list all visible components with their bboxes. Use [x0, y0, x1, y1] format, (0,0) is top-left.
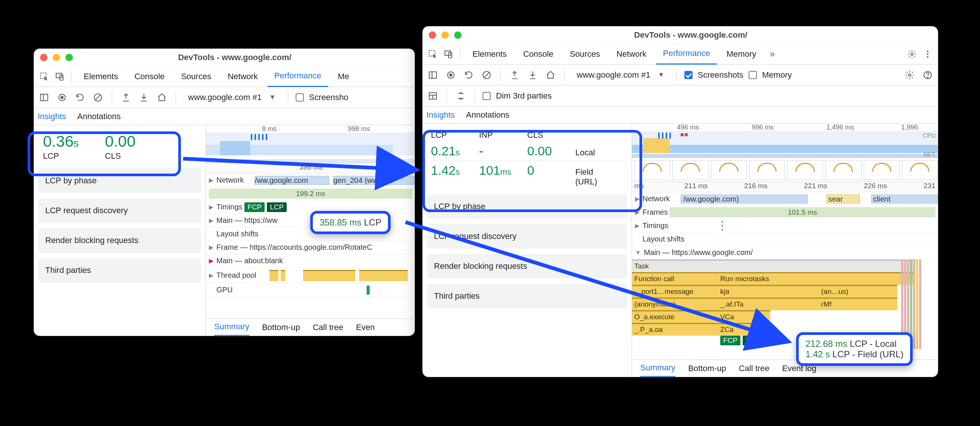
fcp-badge[interactable]: FCP [245, 202, 265, 212]
tab-summary[interactable]: Summary [214, 319, 249, 336]
inspect-icon[interactable] [38, 70, 51, 83]
kebab-icon[interactable] [921, 48, 934, 60]
insight-card[interactable]: LCP by phase [38, 168, 201, 193]
download-icon[interactable] [138, 91, 150, 104]
lcp-badge[interactable]: LCP [267, 202, 287, 212]
task-bar[interactable]: Task [632, 260, 915, 272]
tab-performance[interactable]: Performance [267, 66, 328, 87]
flame-cell[interactable]: O_a.execute [632, 310, 718, 323]
tab-bottom-up[interactable]: Bottom-up [262, 323, 300, 332]
screenshot-thumb[interactable] [902, 160, 938, 180]
tab-network[interactable]: Network [221, 66, 265, 87]
track-network[interactable]: ▶Network /ww.google.com) sear client [632, 192, 938, 206]
track-main-blank[interactable]: ▶Main — about:blank [206, 254, 415, 268]
screenshot-thumb[interactable] [749, 160, 785, 180]
clear-icon[interactable] [480, 69, 493, 81]
flame-cell[interactable]: VCa [718, 310, 770, 323]
net-bar[interactable]: sear [826, 195, 860, 203]
clear-icon[interactable] [92, 91, 104, 104]
minimize-icon[interactable] [53, 54, 60, 61]
more-tabs-icon[interactable]: » [766, 48, 778, 60]
tab-performance[interactable]: Performance [656, 44, 717, 65]
recording-select[interactable]: www.google.com #1▼ [572, 69, 669, 81]
tab-elements[interactable]: Elements [77, 66, 125, 87]
track-gpu[interactable]: ▶GPU [206, 283, 415, 297]
insight-card[interactable]: Render blocking requests [427, 254, 627, 279]
home-icon[interactable] [156, 91, 168, 104]
flame-cell[interactable]: …port1…message [632, 285, 718, 298]
flame-cell[interactable]: _.af.ITa [718, 298, 819, 310]
track-frames[interactable]: ▶Frames 199.2 ms [206, 187, 415, 201]
upload-icon[interactable] [119, 91, 132, 104]
subtab-insights[interactable]: Insights [38, 112, 66, 121]
treemap-icon[interactable] [426, 90, 439, 102]
flame-cell[interactable]: Function call [632, 272, 718, 285]
screenshot-thumb[interactable] [672, 160, 708, 180]
screenshot-thumb[interactable] [864, 160, 900, 180]
overview-strip[interactable]: CPU NET [632, 131, 938, 158]
track-timings[interactable]: ▶Timings [632, 219, 938, 233]
subtab-insights[interactable]: Insights [426, 110, 455, 120]
tab-elements[interactable]: Elements [466, 44, 514, 65]
tab-console[interactable]: Console [128, 66, 172, 87]
subtab-annotations[interactable]: Annotations [466, 110, 509, 120]
track-threadpool[interactable]: ▶Thread pool [206, 268, 415, 283]
tab-event-log[interactable]: Even [356, 323, 375, 332]
record-icon[interactable] [56, 91, 68, 104]
screenshots-checkbox[interactable] [684, 71, 692, 79]
track-main[interactable]: ▼Main — https://www.google.com/ [632, 246, 938, 260]
tab-console[interactable]: Console [517, 44, 560, 65]
close-icon[interactable] [40, 54, 48, 61]
gear-icon[interactable] [904, 69, 916, 81]
insight-card[interactable]: Third parties [427, 284, 627, 309]
tab-sources[interactable]: Sources [563, 44, 607, 65]
flame-cell[interactable]: ZCa [718, 323, 752, 336]
reload-icon[interactable] [462, 69, 475, 81]
overview-strip[interactable] [206, 133, 415, 163]
lcp-badge[interactable]: LCP [743, 336, 762, 345]
home-icon[interactable] [544, 69, 557, 81]
flame-cell[interactable]: Run microtasks [718, 272, 915, 285]
flame-cell[interactable]: _.P_a.oa [632, 323, 718, 336]
toggle-sidebar-icon[interactable] [426, 69, 439, 81]
insight-card[interactable]: LCP request discovery [38, 198, 201, 223]
track-frames[interactable]: ▶Frames 101.5 ms [632, 206, 938, 219]
screenshot-thumb[interactable] [787, 160, 823, 180]
screenshot-thumb[interactable] [634, 160, 670, 180]
inspect-icon[interactable] [426, 48, 439, 60]
recording-select[interactable]: www.google.com #1▼ [183, 91, 280, 104]
fcp-badge[interactable]: FCP [720, 336, 740, 345]
tracks[interactable]: ▶Network /ww.google.com gen_204 (www.go … [206, 174, 415, 318]
upload-icon[interactable] [508, 69, 521, 81]
tab-memory[interactable]: Memory [720, 44, 763, 65]
track-network[interactable]: ▶Network /ww.google.com gen_204 (www.go [206, 174, 415, 187]
zoom-icon[interactable] [454, 32, 461, 39]
insight-card[interactable]: LCP by phase [427, 194, 627, 219]
help-icon[interactable] [921, 69, 934, 81]
flame-cell[interactable]: rMf [819, 298, 897, 310]
subtab-annotations[interactable]: Annotations [77, 112, 121, 121]
net-bar[interactable]: client [871, 195, 938, 203]
screenshot-thumb[interactable] [825, 160, 861, 180]
filmstrip[interactable] [632, 158, 938, 182]
flame-cell[interactable]: kja [718, 285, 819, 298]
net-bar[interactable]: /ww.google.com [255, 176, 329, 185]
minimize-icon[interactable] [441, 32, 449, 39]
flame-cell[interactable]: (anonymous) [632, 298, 718, 310]
download-icon[interactable] [526, 69, 539, 81]
track-frame-accounts[interactable]: ▶Frame — https://accounts.google.com/Rot… [206, 241, 415, 254]
tab-more[interactable]: Me [331, 66, 356, 87]
insight-card[interactable]: Render blocking requests [38, 228, 201, 253]
titlebar[interactable]: DevTools - www.google.com/ [423, 27, 938, 44]
device-icon[interactable] [53, 70, 66, 83]
tab-sources[interactable]: Sources [174, 66, 218, 87]
close-icon[interactable] [429, 32, 436, 39]
titlebar[interactable]: DevTools - www.google.com/ [34, 49, 415, 66]
dim-checkbox[interactable] [482, 92, 491, 100]
net-bar[interactable]: gen_204 (www.go [333, 176, 415, 185]
reload-icon[interactable] [74, 91, 86, 104]
tab-network[interactable]: Network [609, 44, 653, 65]
track-layout-shifts[interactable]: ▶Layout shifts [632, 233, 938, 246]
toggle-sidebar-icon[interactable] [38, 91, 51, 104]
shortcuts-icon[interactable] [455, 90, 467, 102]
